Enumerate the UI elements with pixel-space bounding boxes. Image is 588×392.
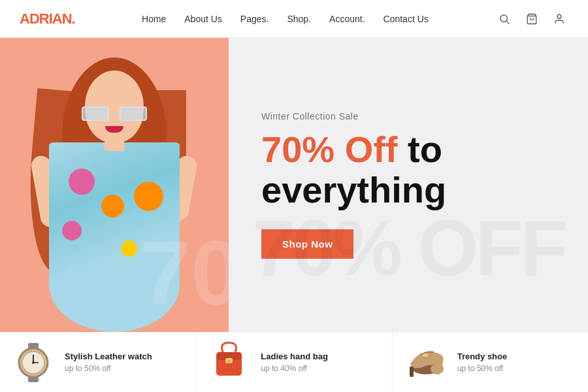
product-thumb-watch [12,340,54,385]
nav-item-pages[interactable]: Pages. [240,13,269,25]
hero-title: 70% Off toeverything [261,129,555,210]
search-button[interactable] [495,10,514,28]
shoe-svg [404,340,447,385]
product-name-watch: Stylish Leather watch [65,351,184,361]
brand-dot: . [72,10,75,27]
flower-4 [134,182,163,211]
hero-subtitle: Winter Collection Sale [261,111,555,122]
svg-rect-17 [410,367,414,377]
nav-item-contact[interactable]: Contact Us [384,13,429,25]
user-icon [553,13,565,25]
product-discount-shoe: up to 50% off [457,364,576,373]
cart-button[interactable] [523,10,541,28]
nav-item-shop[interactable]: Shop. [287,13,311,25]
glass-left [82,106,109,121]
navbar: ADRIAN. Home About Us Pages. Shop. Accou… [0,0,588,38]
product-item-watch[interactable]: Stylish Leather watch up to 50% off [0,333,196,392]
flower-1 [69,169,95,195]
nav-item-home[interactable]: Home [142,13,166,25]
product-name-shoe: Trendy shoe [457,351,576,361]
svg-point-18 [431,364,444,374]
cart-icon [526,13,538,25]
search-icon [498,13,510,25]
dress [49,142,180,332]
svg-rect-19 [423,353,428,357]
nav-item-about[interactable]: About Us [184,13,222,25]
model-image [0,38,229,332]
glasses-bridge [112,113,117,115]
svg-rect-14 [227,360,231,363]
product-item-shoe[interactable]: Trendy shoe up to 50% off [393,333,588,392]
product-discount-watch: up to 50% off [65,364,184,373]
product-thumb-shoe [404,340,447,385]
product-strip: Stylish Leather watch up to 50% off Ladi… [0,332,588,392]
flower-3 [62,221,82,240]
lips [105,126,123,133]
product-info-bag: Ladies hand bag up to 40% off [261,351,380,373]
bag-svg [211,340,247,385]
brand-name: ADRIAN [20,10,72,27]
flower-2 [101,195,124,218]
hero-image-area: 70 [0,38,229,332]
product-discount-bag: up to 40% off [261,364,380,373]
flower-5 [121,240,137,257]
sunglasses [82,106,147,123]
hero-content: 70% OFF Winter Collection Sale 70% Off t… [229,38,588,332]
svg-point-3 [557,14,561,18]
nav-item-account[interactable]: Account. [329,13,365,25]
product-info-shoe: Trendy shoe up to 50% off [457,351,576,373]
shop-now-button[interactable]: Shop Now [261,229,353,259]
nav-icons [495,10,568,28]
account-button[interactable] [550,10,568,28]
hero-section: 70 70% OFF Winter Collection Sale 70% Of… [0,38,588,332]
product-name-bag: Ladies hand bag [261,351,380,361]
neck [105,135,124,151]
product-item-bag[interactable]: Ladies hand bag up to 40% off [196,333,392,392]
hero-title-accent: 70% Off [261,129,398,170]
nav-links: Home About Us Pages. Shop. Account. Cont… [142,13,429,25]
glass-right [120,106,147,121]
watch-svg [14,340,53,385]
face [85,71,144,142]
svg-line-1 [506,21,509,24]
svg-point-10 [32,361,35,364]
brand-logo[interactable]: ADRIAN. [20,10,75,27]
product-thumb-bag [208,340,250,385]
product-info-watch: Stylish Leather watch up to 50% off [65,351,184,373]
woman-figure [23,51,206,332]
svg-point-0 [500,15,508,22]
